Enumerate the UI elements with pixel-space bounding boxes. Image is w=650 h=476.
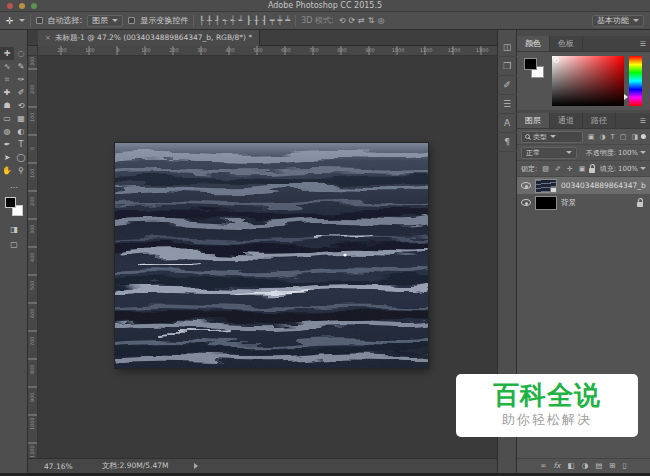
quick-mask-button[interactable]: ◨: [0, 223, 28, 236]
panel-menu-icon[interactable]: ☰: [640, 113, 646, 129]
clone-stamp-tool[interactable]: ☗: [0, 99, 14, 112]
layer-visibility-icon[interactable]: [521, 199, 531, 206]
tab-paths[interactable]: 路径: [583, 113, 616, 128]
blur-tool[interactable]: ◍: [0, 125, 14, 138]
distribute-bottom-edges-icon[interactable]: ┨: [262, 16, 267, 26]
path-selection-tool[interactable]: ➤: [0, 151, 14, 164]
properties-panel-icon[interactable]: ◫: [497, 38, 517, 57]
blend-mode-dropdown[interactable]: 正常: [521, 147, 577, 159]
move-tool[interactable]: ✛: [0, 47, 14, 60]
eraser-tool[interactable]: ▭: [0, 112, 14, 125]
filter-adjustment-layers-icon[interactable]: ◑: [599, 133, 605, 141]
marquee-tool[interactable]: ◌: [14, 47, 28, 60]
distribute-vertical-centers-icon[interactable]: ╂: [254, 16, 259, 26]
quick-selection-tool[interactable]: ✎: [14, 60, 28, 73]
spot-healing-tool[interactable]: ✚: [0, 86, 14, 99]
lock-pixels-icon[interactable]: ✐: [555, 165, 561, 173]
tab-channels[interactable]: 通道: [550, 113, 583, 128]
fill-value[interactable]: 100%: [618, 165, 638, 173]
opacity-value[interactable]: 100%: [618, 149, 638, 157]
new-group-icon[interactable]: ▤: [595, 461, 602, 470]
color-field[interactable]: [552, 56, 624, 106]
3d-scale-icon[interactable]: ◎: [378, 16, 385, 26]
document-tab[interactable]: × 未标题-1 @ 47.2% (0034034889864347_b, RGB…: [38, 30, 260, 46]
zoom-level-field[interactable]: 47.16%: [44, 462, 102, 471]
align-top-edges-icon[interactable]: ┞: [199, 16, 204, 26]
3d-drag-icon[interactable]: ⇄: [358, 16, 365, 26]
link-layers-icon[interactable]: ∞: [540, 461, 546, 470]
libraries-panel-icon[interactable]: ❒: [497, 57, 517, 76]
tab-color[interactable]: 颜色: [517, 36, 550, 51]
layer-style-icon[interactable]: fx: [553, 461, 560, 470]
distribute-right-edges-icon[interactable]: ┷: [285, 16, 290, 26]
3d-rotate-icon[interactable]: ⟲: [339, 16, 346, 26]
character-panel-icon[interactable]: A: [497, 114, 517, 133]
new-layer-icon[interactable]: ⊞: [609, 461, 615, 470]
layer-thumbnail[interactable]: [535, 179, 557, 193]
status-menu-arrow-icon[interactable]: [194, 463, 198, 469]
lock-all-icon[interactable]: [589, 168, 595, 173]
3d-roll-icon[interactable]: ⟳: [348, 16, 355, 26]
delete-layer-icon[interactable]: ▯: [623, 461, 627, 470]
chevron-down-icon[interactable]: [640, 167, 646, 170]
layer-thumbnail[interactable]: [535, 196, 557, 210]
3d-slide-icon[interactable]: ⇅: [368, 16, 375, 26]
brush-settings-panel-icon[interactable]: ☰: [497, 95, 517, 114]
brush-panel-icon[interactable]: ✐: [497, 76, 517, 95]
filter-toggle-icon[interactable]: [641, 134, 646, 139]
distribute-left-edges-icon[interactable]: ┯: [270, 16, 275, 26]
hue-slider[interactable]: [629, 56, 642, 106]
type-tool[interactable]: T: [14, 138, 28, 151]
filter-shape-layers-icon[interactable]: ▢: [620, 133, 627, 141]
lock-position-icon[interactable]: ✛: [567, 165, 573, 173]
document-canvas[interactable]: [115, 143, 428, 368]
add-layer-mask-icon[interactable]: ◧: [568, 461, 575, 470]
align-horizontal-centers-icon[interactable]: ┽: [231, 16, 236, 26]
layer-row[interactable]: 背景: [517, 194, 650, 211]
layer-visibility-icon[interactable]: [521, 182, 531, 189]
shape-tool[interactable]: ◯: [14, 151, 28, 164]
auto-select-checkbox[interactable]: [36, 17, 43, 24]
foreground-color-swatch[interactable]: [5, 197, 16, 208]
show-transform-checkbox[interactable]: [128, 17, 135, 24]
screen-mode-button[interactable]: ▢: [0, 238, 28, 251]
eyedropper-tool[interactable]: ✑: [14, 73, 28, 86]
hue-slider-marker[interactable]: [624, 94, 628, 100]
tab-close-icon[interactable]: ×: [45, 34, 51, 42]
layer-name[interactable]: 0034034889864347_b: [561, 181, 646, 190]
distribute-horizontal-centers-icon[interactable]: ┿: [278, 16, 283, 26]
tab-swatches[interactable]: 色板: [550, 36, 583, 51]
crop-tool[interactable]: ⌗: [0, 73, 14, 86]
filter-pixel-layers-icon[interactable]: ▣: [588, 133, 595, 141]
chevron-down-icon[interactable]: [640, 151, 646, 154]
hand-tool[interactable]: ✋: [0, 164, 14, 177]
foreground-color-swatch[interactable]: [524, 58, 537, 70]
tool-preset-caret-icon[interactable]: [19, 19, 25, 22]
history-brush-tool[interactable]: ⟲: [14, 99, 28, 112]
layer-filter-dropdown[interactable]: 类型: [521, 131, 583, 143]
layer-name[interactable]: 背景: [561, 198, 576, 208]
panel-menu-icon[interactable]: ☰: [640, 36, 646, 52]
filter-smart-objects-icon[interactable]: ◨: [631, 133, 638, 141]
zoom-tool[interactable]: ⚲: [14, 164, 28, 177]
lasso-tool[interactable]: ∿: [0, 60, 14, 73]
edit-toolbar-button[interactable]: …: [0, 179, 28, 191]
layer-row[interactable]: 0034034889864347_b: [517, 177, 650, 194]
tab-layers[interactable]: 图层: [517, 113, 550, 128]
align-left-edges-icon[interactable]: ┭: [223, 16, 228, 26]
workspace-switcher[interactable]: 基本功能: [592, 15, 644, 27]
align-bottom-edges-icon[interactable]: ┦: [215, 16, 220, 26]
align-right-edges-icon[interactable]: ┵: [238, 16, 243, 26]
gradient-tool[interactable]: ▦: [14, 112, 28, 125]
pen-tool[interactable]: ✒: [0, 138, 14, 151]
lock-transparency-icon[interactable]: ▨: [542, 165, 549, 173]
canvas-viewport[interactable]: [38, 56, 497, 458]
filter-type-layers-icon[interactable]: T: [610, 133, 614, 141]
align-vertical-centers-icon[interactable]: ╀: [207, 16, 212, 26]
dodge-tool[interactable]: ◐: [14, 125, 28, 138]
distribute-top-edges-icon[interactable]: ┠: [246, 16, 251, 26]
color-field-marker[interactable]: [554, 58, 559, 63]
auto-select-target-dropdown[interactable]: 图层: [87, 15, 123, 27]
lock-artboard-icon[interactable]: ▣: [579, 165, 586, 173]
new-adjustment-layer-icon[interactable]: ◑: [582, 461, 589, 470]
